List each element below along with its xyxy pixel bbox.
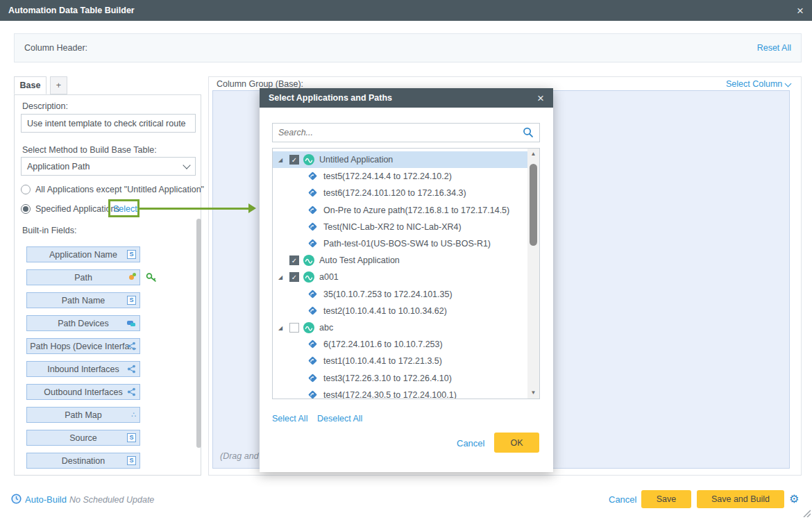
path-icon [307, 289, 319, 300]
field-chip-path[interactable]: Path [26, 269, 140, 285]
string-type-icon: S [127, 250, 136, 259]
schedule-status: No Scheduled Update [69, 495, 154, 505]
tree-node-label: On-Pre to Azure path(172.16.8.1 to 172.1… [323, 206, 509, 215]
field-chip-path-devices[interactable]: Path Devices [26, 315, 140, 331]
auto-build-link[interactable]: Auto-Build [25, 494, 67, 505]
column-group-label: Column Group (Base): [217, 79, 303, 89]
annotation-highlight-box [108, 199, 139, 217]
reset-all-link[interactable]: Reset All [757, 43, 791, 53]
tree-row-application[interactable]: ✓Auto Test Application [273, 252, 528, 269]
scrollbar-thumb[interactable] [530, 164, 537, 246]
checkbox[interactable] [289, 323, 299, 333]
tree-row-path[interactable]: test4(172.24.30.5 to 172.24.100.1) [273, 387, 528, 399]
tree-node-label: test3(172.26.3.10 to 172.26.4.10) [323, 374, 452, 383]
path-icon [307, 238, 319, 249]
ok-button[interactable]: OK [494, 433, 539, 453]
window-close-icon[interactable]: × [797, 5, 804, 17]
description-input[interactable] [21, 114, 196, 133]
tree-row-path[interactable]: test1(10.10.4.41 to 172.21.3.5) [273, 353, 528, 369]
deselect-all-link[interactable]: Deselect All [317, 414, 362, 423]
field-chip-destination[interactable]: DestinationS [26, 453, 140, 469]
field-chip-path-map[interactable]: Path Map∴ [26, 407, 140, 423]
field-chip-label: Inbound Interfaces [47, 364, 119, 374]
tab-add[interactable]: + [50, 76, 67, 94]
column-header-label: Column Header: [24, 43, 87, 53]
search-icon[interactable] [523, 127, 534, 138]
path-icon [307, 355, 319, 367]
field-chip-path-hops-device-interfa[interactable]: Path Hops (Device Interfa... [26, 338, 140, 354]
tree-row-path[interactable]: test3(172.26.3.10 to 172.26.4.10) [273, 370, 528, 387]
tree-node-label: test4(172.24.30.5 to 172.24.100.1) [323, 390, 457, 399]
method-label: Select Method to Build Base Table: [22, 145, 157, 155]
search-input[interactable] [273, 128, 523, 137]
dialog-titlebar: Select Applications and Paths × [260, 88, 553, 108]
dialog-close-icon[interactable]: × [537, 92, 544, 104]
tree-row-path[interactable]: On-Pre to Azure path(172.16.8.1 to 172.1… [273, 202, 528, 219]
chevron-down-icon [785, 81, 792, 87]
field-chip-source[interactable]: SourceS [26, 430, 140, 446]
string-type-icon: S [127, 456, 136, 465]
expand-collapse-icon[interactable]: ◢ [276, 274, 285, 280]
field-chip-label: Path Devices [58, 319, 109, 328]
radio-all-applications[interactable] [21, 185, 31, 194]
tree-row-path[interactable]: 6(172.24.101.6 to 10.10.7.253) [273, 336, 528, 353]
save-button[interactable]: Save [641, 490, 691, 508]
field-chip-application-name[interactable]: Application NameS [26, 246, 140, 262]
tree-node-label: Path-test-01(US-BOS-SW4 to US-BOS-R1) [323, 239, 491, 249]
field-chip-inbound-interfaces[interactable]: Inbound Interfaces [26, 361, 140, 377]
tree-row-path[interactable]: Path-test-01(US-BOS-SW4 to US-BOS-R1) [273, 235, 528, 252]
tree-node-label: test1(10.10.4.41 to 172.21.3.5) [323, 356, 442, 366]
radio-specified-applications[interactable] [21, 204, 31, 214]
tree-node-label: test5(172.24.14.4 to 172.24.10.2) [323, 171, 452, 181]
field-chip-outbound-interfaces[interactable]: Outbound Interfaces [26, 384, 140, 400]
tree-node-label: Untitled Application [319, 155, 393, 165]
left-panel-scrollbar[interactable] [196, 219, 201, 448]
dialog-title: Select Applications and Paths [269, 93, 392, 103]
tree-node-label: 6(172.24.101.6 to 10.10.7.253) [323, 339, 443, 349]
path-icon [307, 187, 319, 199]
save-and-build-button[interactable]: Save and Build [697, 490, 784, 508]
select-column-link[interactable]: Select Column [726, 79, 790, 89]
expand-collapse-icon[interactable]: ◢ [276, 157, 285, 163]
radio-specified-applications-label: Specified Applications [35, 204, 120, 214]
tree-scrollbar[interactable]: ▲ ▼ [527, 149, 539, 399]
field-chip-label: Outbound Interfaces [44, 387, 122, 397]
annotation-arrow-head-icon [248, 203, 256, 213]
tab-base[interactable]: Base [14, 76, 46, 94]
window-title: Automation Data Table Builder [8, 6, 135, 15]
field-chip-path-name[interactable]: Path NameS [26, 292, 140, 308]
path-icon [307, 389, 319, 399]
checkbox[interactable]: ✓ [289, 255, 299, 265]
checkbox[interactable]: ✓ [289, 272, 299, 282]
tree-row-path[interactable]: 35(10.10.7.253 to 172.24.101.35) [273, 286, 528, 303]
tree-node-label: test6(172.24.101.120 to 172.16.34.3) [323, 188, 466, 198]
scroll-down-icon[interactable]: ▼ [527, 387, 539, 399]
builtin-fields-label: Built-in Fields: [22, 226, 77, 235]
tree-row-application[interactable]: ◢✓Untitled Application [273, 151, 528, 168]
tree-row-path[interactable]: Test(NIC-Lab-XR2 to NIC-Lab-XR4) [273, 219, 528, 235]
dialog-cancel-button[interactable]: Cancel [457, 438, 484, 448]
hops-icon [127, 364, 136, 374]
select-all-link[interactable]: Select All [272, 414, 307, 423]
tree-row-application[interactable]: ◢abc [273, 319, 528, 336]
column-header-strip: Column Header: Reset All [14, 33, 802, 62]
tree-row-application[interactable]: ◢✓a001 [273, 269, 528, 285]
path-map-icon: ∴ [131, 411, 136, 419]
tree-row-path[interactable]: test5(172.24.14.4 to 172.24.10.2) [273, 168, 528, 185]
automation-data-table-builder-window: Automation Data Table Builder × Column H… [0, 0, 812, 520]
resize-grip-icon[interactable] [802, 509, 811, 519]
scroll-up-icon[interactable]: ▲ [527, 149, 539, 160]
settings-gear-icon[interactable]: ⚙ [789, 494, 799, 505]
tree-row-path[interactable]: test2(10.10.4.41 to 10.10.34.62) [273, 303, 528, 319]
checkbox[interactable]: ✓ [289, 155, 299, 165]
cancel-button[interactable]: Cancel [609, 494, 636, 505]
tree-node-label: a001 [319, 272, 339, 282]
expand-collapse-icon[interactable]: ◢ [276, 325, 285, 331]
tree-node-label: abc [319, 323, 333, 333]
tree-row-path[interactable]: test6(172.24.101.120 to 172.16.34.3) [273, 185, 528, 201]
tree-node-label: 35(10.10.7.253 to 172.24.101.35) [323, 290, 452, 299]
method-dropdown[interactable]: Application Path [21, 157, 196, 176]
tree-node-label: Auto Test Application [319, 255, 400, 265]
field-chip-label: Destination [62, 456, 105, 466]
path-icon [307, 373, 319, 384]
